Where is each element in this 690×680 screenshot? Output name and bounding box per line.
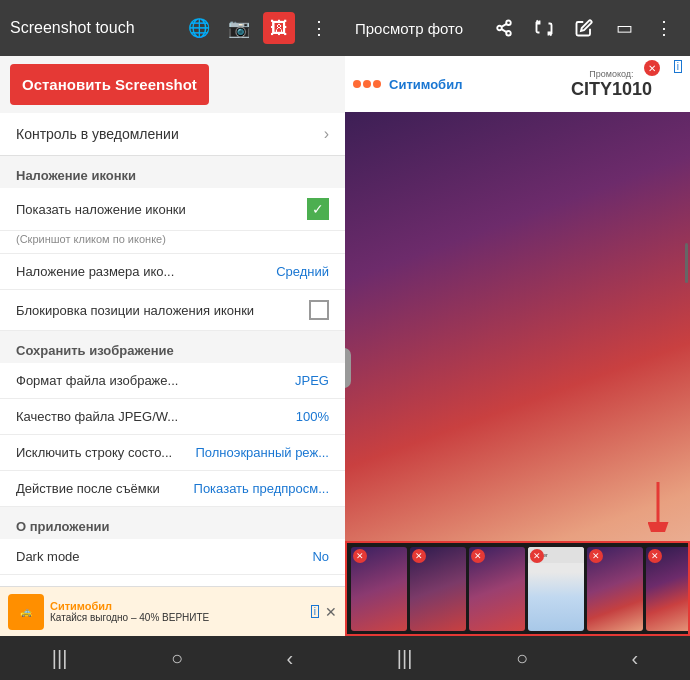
crop-icon[interactable] [528, 12, 560, 44]
file-quality-row[interactable]: Качество файла JPEG/W... 100% [0, 399, 345, 435]
ad-info-button[interactable]: i [311, 605, 319, 618]
about-section-header: О приложении [0, 507, 345, 539]
chevron-right-icon: › [324, 125, 329, 143]
thumbnail-1-close[interactable]: ✕ [353, 549, 367, 563]
svg-point-1 [497, 26, 502, 31]
block-position-row[interactable]: Блокировка позиции наложения иконки [0, 290, 345, 331]
exclude-status-value: Полноэкранный реж... [196, 445, 330, 460]
thumbnail-5-close[interactable]: ✕ [589, 549, 603, 563]
thumbnail-3[interactable]: ✕ [469, 547, 525, 631]
left-header: Screenshot touch 🌐 📷 🖼 ⋮ [0, 0, 345, 56]
dark-mode-label: Dark mode [16, 549, 312, 564]
right-title: Просмотр фото [355, 20, 480, 37]
show-overlay-sublabel: (Скриншот кликом по иконке) [0, 231, 345, 254]
share-icon[interactable] [488, 12, 520, 44]
right-panel: Просмотр фото ▭ ⋮ Ситимобил [345, 0, 690, 680]
overlay-size-value: Средний [276, 264, 329, 279]
promo-label: Промокод: [589, 69, 633, 79]
show-overlay-checkmark: ✓ [307, 198, 329, 220]
more-menu-icon[interactable]: ⋮ [303, 12, 335, 44]
ad-logo: 🚕 [8, 594, 44, 630]
thumbnail-5[interactable]: ✕ [587, 547, 643, 631]
block-position-checkbox[interactable] [309, 300, 329, 320]
siti-brand: Ситимобил [353, 77, 462, 92]
file-format-row[interactable]: Формат файла изображе... JPEG [0, 363, 345, 399]
overlay-section-header: Наложение иконки [0, 156, 345, 188]
file-quality-value: 100% [296, 409, 329, 424]
promo-section: Промокод: CITY1010 [571, 69, 652, 100]
right-header: Просмотр фото ▭ ⋮ [345, 0, 690, 56]
video-icon[interactable]: 📷 [223, 12, 255, 44]
right-bottom-nav: ||| ○ ‹ [345, 636, 690, 680]
siti-dot-1 [353, 80, 361, 88]
dark-mode-value: No [312, 549, 329, 564]
back-button[interactable]: ‹ [267, 639, 314, 678]
block-position-label: Блокировка позиции наложения иконки [16, 303, 309, 318]
overlay-size-label: Наложение размера ико... [16, 264, 276, 279]
siti-dot-2 [363, 80, 371, 88]
arrow-indicator [640, 482, 676, 532]
image-icon[interactable]: 🖼 [263, 12, 295, 44]
thumbnail-4[interactable]: ✕ browser [528, 547, 584, 631]
right-home-button[interactable]: ○ [496, 639, 548, 678]
siti-ad-close-button[interactable]: ✕ [644, 60, 660, 76]
overlay-size-row[interactable]: Наложение размера ико... Средний [0, 254, 345, 290]
edit-icon[interactable] [568, 12, 600, 44]
recent-apps-button[interactable]: ||| [32, 639, 88, 678]
window-icon[interactable]: ▭ [608, 12, 640, 44]
siti-dot-3 [373, 80, 381, 88]
right-back-button[interactable]: ‹ [612, 639, 659, 678]
left-panel: Screenshot touch 🌐 📷 🖼 ⋮ Остановить Scre… [0, 0, 345, 680]
action-after-row[interactable]: Действие после съёмки Показать предпросм… [0, 471, 345, 507]
exclude-status-label: Исключить строку состо... [16, 445, 196, 460]
svg-line-3 [501, 29, 506, 32]
left-bottom-nav: ||| ○ ‹ [0, 636, 345, 680]
thumbnail-6-close[interactable]: ✕ [648, 549, 662, 563]
scrollbar [685, 243, 688, 283]
action-after-label: Действие после съёмки [16, 481, 194, 496]
siti-ad-overlay: Ситимобил Промокод: CITY1010 ✕ i [345, 56, 690, 112]
svg-point-2 [506, 31, 511, 36]
siti-dots [353, 80, 381, 88]
globe-icon[interactable]: 🌐 [183, 12, 215, 44]
file-format-label: Формат файла изображе... [16, 373, 295, 388]
drag-handle[interactable] [345, 348, 351, 388]
dark-mode-row[interactable]: Dark mode No [0, 539, 345, 575]
app-title: Screenshot touch [10, 19, 175, 37]
siti-ad-info-button[interactable]: i [674, 60, 682, 73]
file-quality-label: Качество файла JPEG/W... [16, 409, 296, 424]
ad-banner-left: 🚕 Ситимобил Катайся выгодно – 40% ВЕРНИТ… [0, 586, 345, 636]
exclude-status-row[interactable]: Исключить строку состо... Полноэкранный … [0, 435, 345, 471]
show-overlay-label: Показать наложение иконки [16, 202, 307, 217]
file-format-value: JPEG [295, 373, 329, 388]
thumbnail-6[interactable]: ✕ [646, 547, 690, 631]
thumbnail-2[interactable]: ✕ [410, 547, 466, 631]
ad-text: Ситимобил Катайся выгодно – 40% ВЕРНИТЕ [50, 600, 305, 623]
thumbnail-2-close[interactable]: ✕ [412, 549, 426, 563]
svg-point-0 [506, 21, 511, 26]
thumbnail-row: ✕ ✕ ✕ ✕ browser ✕ ✕ [345, 541, 690, 636]
stop-screenshot-button[interactable]: Остановить Screenshot [10, 64, 209, 105]
save-section-header: Сохранить изображение [0, 331, 345, 363]
notifications-label: Контроль в уведомлении [16, 126, 179, 142]
right-recent-apps-button[interactable]: ||| [377, 639, 433, 678]
ad-close-button[interactable]: ✕ [325, 604, 337, 620]
overlay-section-title: Наложение иконки [16, 168, 136, 183]
siti-brand-name: Ситимобил [389, 77, 462, 92]
about-section-title: О приложении [16, 519, 109, 534]
thumbnail-3-close[interactable]: ✕ [471, 549, 485, 563]
thumbnail-1[interactable]: ✕ [351, 547, 407, 631]
action-after-value: Показать предпросм... [194, 481, 329, 496]
thumbnail-4-close[interactable]: ✕ [530, 549, 544, 563]
right-more-icon[interactable]: ⋮ [648, 12, 680, 44]
ad-slogan: Катайся выгодно – 40% ВЕРНИТЕ [50, 612, 305, 623]
show-overlay-row[interactable]: Показать наложение иконки ✓ [0, 188, 345, 231]
ad-brand-name: Ситимобил [50, 600, 305, 612]
save-section-title: Сохранить изображение [16, 343, 174, 358]
svg-line-4 [501, 24, 506, 27]
home-button[interactable]: ○ [151, 639, 203, 678]
notifications-menu-item[interactable]: Контроль в уведомлении › [0, 113, 345, 156]
promo-code: CITY1010 [571, 79, 652, 100]
